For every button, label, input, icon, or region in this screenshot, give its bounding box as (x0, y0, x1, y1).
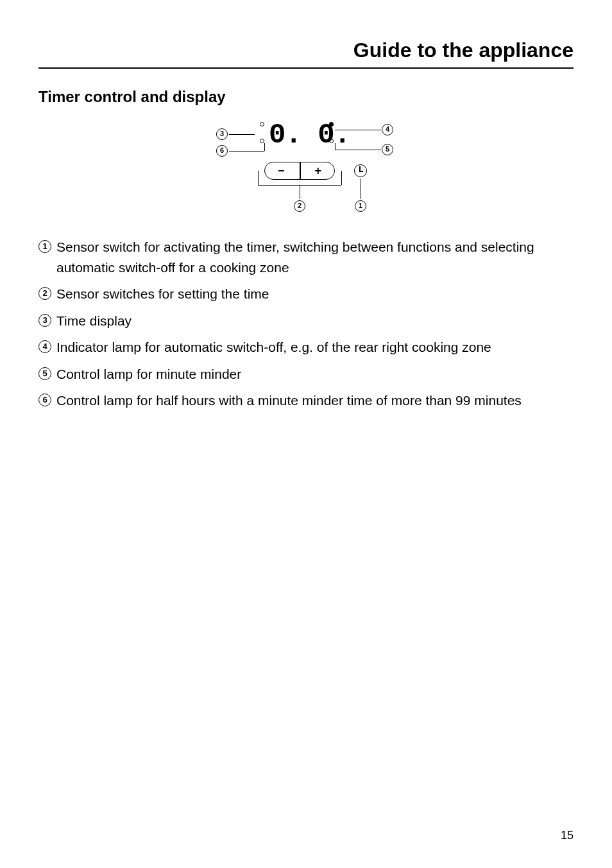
clock-hand (359, 171, 363, 172)
legend-num-4: 4 (38, 340, 51, 353)
time-adjust-sensor[interactable]: − + (264, 162, 335, 180)
auto-switchoff-indicator (329, 122, 334, 126)
minute-minder-indicator (329, 139, 334, 143)
callout-4: 4 (382, 124, 393, 135)
timer-diagram: 3 6 0. 0. 4 5 − + 2 (38, 122, 574, 218)
leader-line (341, 171, 342, 185)
timer-sensor[interactable] (354, 164, 367, 177)
leader-line (335, 130, 381, 130)
leader-line (258, 171, 259, 185)
legend-text: Control lamp for minute minder (56, 364, 574, 385)
page-number: 15 (561, 829, 574, 842)
legend-text: Control lamp for half hours with a minut… (56, 390, 574, 411)
legend-text: Sensor switch for activating the timer, … (56, 237, 574, 277)
legend-list: 1 Sensor switch for activating the timer… (38, 237, 574, 411)
legend-item: 6 Control lamp for half hours with a min… (38, 390, 574, 411)
leader-line (264, 143, 265, 151)
page-title: Guide to the appliance (38, 39, 574, 69)
leader-line (229, 134, 255, 135)
legend-text: Time display (56, 311, 574, 331)
legend-text: Indicator lamp for automatic switch-off,… (56, 337, 574, 358)
callout-3: 3 (216, 128, 228, 140)
legend-item: 3 Time display (38, 311, 574, 331)
half-hour-indicator (260, 139, 264, 143)
callout-5: 5 (382, 144, 393, 155)
leader-line (229, 151, 264, 152)
legend-num-3: 3 (38, 314, 51, 327)
indicator-dot (260, 122, 264, 126)
legend-item: 2 Sensor switches for setting the time (38, 284, 574, 304)
callout-2: 2 (294, 200, 305, 212)
time-display: 0. 0. (269, 121, 350, 149)
divider (300, 162, 301, 179)
legend-num-1: 1 (38, 240, 51, 253)
section-title: Timer control and display (38, 88, 574, 106)
legend-item: 5 Control lamp for minute minder (38, 364, 574, 385)
leader-line (300, 185, 300, 199)
leader-line (361, 178, 361, 199)
legend-item: 1 Sensor switch for activating the timer… (38, 237, 574, 277)
legend-text: Sensor switches for setting the time (56, 284, 574, 304)
legend-item: 4 Indicator lamp for automatic switch-of… (38, 337, 574, 358)
leader-line (335, 150, 381, 150)
legend-num-6: 6 (38, 394, 51, 406)
legend-num-5: 5 (38, 367, 51, 380)
minus-icon: − (278, 164, 285, 178)
plus-icon: + (314, 164, 321, 178)
callout-6: 6 (216, 145, 228, 157)
leader-line (335, 143, 336, 150)
legend-num-2: 2 (38, 287, 51, 300)
callout-1: 1 (355, 200, 366, 212)
